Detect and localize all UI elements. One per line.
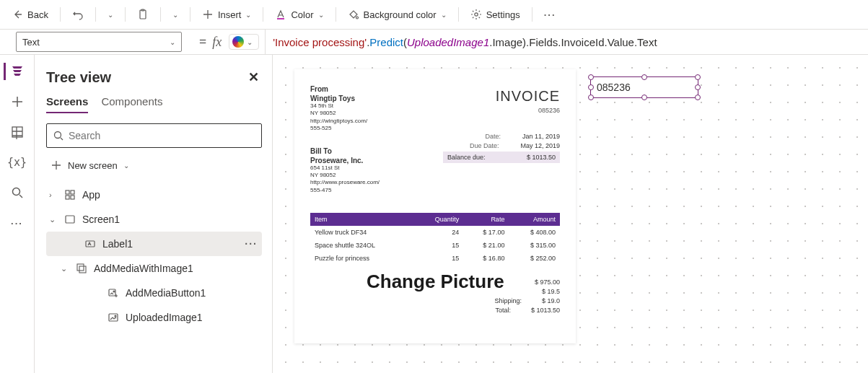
- resize-handle[interactable]: [641, 74, 647, 80]
- col-amount: Amount: [509, 213, 560, 226]
- resize-handle[interactable]: [695, 84, 701, 90]
- tree-view-panel: Tree view ✕ Screens Components New scree…: [35, 55, 273, 373]
- tree-item-screen1[interactable]: ⌄ Screen1: [46, 207, 262, 232]
- separator: [190, 7, 190, 22]
- rail-search[interactable]: [4, 179, 31, 206]
- new-screen-label: New screen: [68, 160, 118, 171]
- change-picture-overlay[interactable]: Change Picture: [367, 271, 504, 293]
- fx-icon[interactable]: fx: [211, 35, 229, 50]
- group-icon: [75, 262, 88, 275]
- separator: [60, 7, 61, 22]
- formula-token-function: Predict: [369, 36, 403, 48]
- collapse-icon[interactable]: ⌄: [49, 215, 58, 224]
- close-icon[interactable]: ✕: [245, 66, 262, 88]
- undo-split-chevron[interactable]: ⌄: [102, 8, 119, 22]
- uploaded-image-invoice[interactable]: INVOICE 085236 From Wingtip Toys 34 5th …: [294, 69, 576, 343]
- from-addr2: NY 98052: [310, 110, 560, 117]
- color-label: Color: [291, 9, 313, 20]
- formula-token-string: 'Invoice processing': [273, 36, 367, 48]
- separator: [336, 7, 336, 22]
- formula-input[interactable]: 'Invoice processing'.Predict(UploadedIma…: [265, 30, 868, 54]
- insert-label: Insert: [218, 9, 242, 20]
- top-toolbar: Back ⌄ ⌄ Insert ⌄ Color ⌄ Background col: [0, 0, 868, 29]
- separator: [160, 7, 161, 22]
- canvas[interactable]: INVOICE 085236 From Wingtip Toys 34 5th …: [273, 55, 868, 373]
- svg-rect-2: [277, 18, 284, 19]
- media-button-icon: [107, 286, 120, 299]
- new-screen-button[interactable]: New screen ⌄: [46, 155, 262, 175]
- tab-components[interactable]: Components: [101, 95, 162, 113]
- tree-item-label: App: [82, 189, 100, 201]
- undo-button[interactable]: [66, 6, 89, 23]
- search-icon: [53, 130, 64, 141]
- clipboard-icon: [137, 9, 149, 20]
- tree-title: Tree view: [46, 69, 111, 86]
- property-selector[interactable]: Text ⌄: [16, 32, 182, 52]
- tree-item-label: Screen1: [82, 214, 120, 225]
- tree-item-addmediawithimage1[interactable]: ⌄ AddMediaWithImage1: [46, 256, 262, 281]
- bgcolor-button[interactable]: Background color ⌄: [342, 6, 452, 23]
- invoice-table: Item Quantity Rate Amount Yellow truck D…: [310, 213, 560, 265]
- rail-insert[interactable]: [4, 88, 31, 115]
- chevron-down-icon: ⌄: [318, 11, 324, 19]
- svg-point-6: [55, 132, 61, 139]
- resize-handle[interactable]: [588, 95, 594, 100]
- svg-rect-14: [79, 266, 86, 273]
- billto-phone: 555-475: [310, 187, 560, 194]
- search-input[interactable]: [69, 130, 255, 141]
- rail-tree-view[interactable]: [4, 58, 31, 85]
- expand-icon[interactable]: ›: [49, 190, 58, 199]
- date-value: Jan 11, 2019: [522, 133, 560, 140]
- plus-icon: [51, 159, 62, 171]
- resize-handle[interactable]: [641, 95, 647, 100]
- resize-handle[interactable]: [695, 95, 701, 100]
- col-qty: Quantity: [414, 213, 463, 226]
- separator: [95, 7, 96, 22]
- date-label: Date:: [463, 133, 501, 140]
- search-box[interactable]: [46, 123, 262, 148]
- balance-value: $ 1013.50: [527, 154, 556, 161]
- invoice-id: 085236: [538, 107, 560, 114]
- tree-item-label1[interactable]: Label1 ···: [46, 232, 262, 256]
- collapse-icon[interactable]: ⌄: [61, 264, 69, 273]
- svg-point-3: [474, 13, 477, 16]
- more-button[interactable]: ···: [538, 6, 562, 23]
- color-button[interactable]: Color ⌄: [269, 6, 329, 23]
- label1-control[interactable]: 085236: [590, 76, 698, 98]
- table-row: Puzzle for princess15$ 16.80$ 252.00: [310, 252, 560, 265]
- table-row: Space shuttle 324OL15$ 21.00$ 315.00: [310, 239, 560, 252]
- resize-handle[interactable]: [588, 74, 594, 80]
- settings-button[interactable]: Settings: [465, 6, 526, 23]
- tree-item-label: UploadedImage1: [126, 312, 203, 323]
- resize-handle[interactable]: [695, 74, 701, 80]
- tree-list: › App ⌄ Screen1 Label1 ··· ⌄ AddMediaWit…: [46, 183, 262, 330]
- paste-button[interactable]: [131, 6, 154, 23]
- property-value: Text: [22, 37, 40, 48]
- app-icon: [63, 188, 76, 201]
- image-icon: [107, 311, 120, 324]
- rail-data[interactable]: [4, 118, 31, 146]
- back-button[interactable]: Back: [6, 6, 54, 23]
- tree-item-uploadedimage1[interactable]: UploadedImage1: [46, 305, 262, 330]
- paste-split-chevron[interactable]: ⌄: [167, 8, 184, 22]
- copilot-button[interactable]: ⌄: [229, 34, 259, 50]
- font-color-icon: [275, 9, 286, 20]
- resize-handle[interactable]: [588, 84, 594, 90]
- insert-button[interactable]: Insert ⌄: [196, 6, 258, 23]
- tree-tabs: Screens Components: [46, 95, 262, 113]
- tab-screens[interactable]: Screens: [46, 95, 88, 113]
- tree-item-addmediabutton1[interactable]: AddMediaButton1: [46, 281, 262, 305]
- tree-item-more[interactable]: ···: [245, 238, 258, 250]
- bucket-icon: [348, 9, 359, 20]
- tree-item-label: AddMediaButton1: [126, 287, 206, 299]
- separator: [125, 7, 126, 22]
- copilot-icon: [232, 36, 244, 48]
- tree-item-label: Label1: [102, 238, 133, 250]
- chevron-down-icon: ⌄: [123, 162, 129, 170]
- tree-item-app[interactable]: › App: [46, 183, 262, 207]
- svg-rect-7: [66, 190, 69, 194]
- rail-more[interactable]: ···: [4, 209, 31, 237]
- svg-rect-13: [77, 264, 84, 271]
- left-rail: {x} ···: [0, 55, 35, 373]
- rail-variables[interactable]: {x}: [4, 149, 31, 176]
